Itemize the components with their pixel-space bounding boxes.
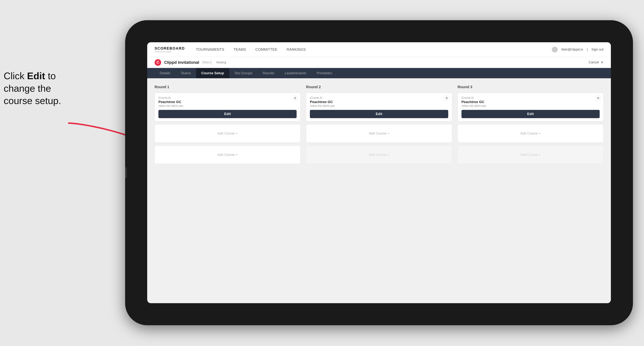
- tournament-title: Clippd Invitational: [164, 60, 199, 65]
- tab-bar: Details Teams Course Setup Tee Groups Re…: [147, 68, 611, 78]
- round-1-course-label: (Course A): [158, 96, 296, 99]
- annotation-bold: Edit: [27, 71, 45, 81]
- tab-details[interactable]: Details: [154, 68, 176, 78]
- tab-printables[interactable]: Printables: [311, 68, 337, 78]
- cancel-area[interactable]: Cancel ✕: [588, 60, 604, 64]
- round-1-add-course-2-label: Add Course +: [217, 153, 238, 157]
- round-3-course-name: Peachtree GC: [462, 100, 600, 104]
- sub-header-left: C Clippd Invitational (Men) Hosting: [154, 59, 226, 66]
- svg-rect-8: [446, 97, 447, 97]
- main-content: Round 1: [147, 78, 611, 303]
- round-2-course-card: (Course A) Peachtree GC Yellow (M) (6629…: [306, 93, 452, 121]
- round-3-add-course-2: Add Course +: [458, 146, 604, 164]
- round-1-add-course-2[interactable]: Add Course +: [154, 146, 300, 164]
- svg-rect-14: [598, 97, 599, 97]
- tablet-side-button: [125, 167, 127, 178]
- round-1-course-card: (Course A) Peachtree GC Yellow (M) (6629…: [154, 93, 300, 121]
- nav-teams[interactable]: TEAMS: [234, 47, 246, 52]
- trash-icon-3: [597, 97, 600, 99]
- round-1-course-name: Peachtree GC: [158, 100, 296, 104]
- round-3-add-course-1-label: Add Course +: [520, 132, 541, 135]
- svg-rect-2: [294, 97, 296, 97]
- round-2-delete-area[interactable]: [444, 96, 449, 101]
- scoreboard-title: SCOREBOARD: [154, 46, 185, 50]
- round-1-edit-button[interactable]: Edit: [158, 110, 296, 118]
- tablet-frame: SCOREBOARD Powered by clippd TOURNAMENTS…: [125, 20, 633, 325]
- trash-icon-2: [446, 97, 448, 99]
- avatar: [552, 47, 558, 53]
- round-3-course-label: (Course A): [462, 96, 600, 99]
- tab-teams[interactable]: Teams: [176, 68, 196, 78]
- sub-header: C Clippd Invitational (Men) Hosting Canc…: [147, 57, 611, 68]
- round-2-course-details: Yellow (M) (6629 yds): [310, 104, 448, 107]
- round-3-title: Round 3: [458, 85, 604, 89]
- tab-tee-groups[interactable]: Tee Groups: [229, 68, 258, 78]
- nav-links: TOURNAMENTS TEAMS COMMITTEE RANKINGS: [196, 47, 552, 52]
- tab-results[interactable]: Results: [258, 68, 280, 78]
- scoreboard-powered: Powered by clippd: [154, 50, 185, 53]
- round-2-add-course-1[interactable]: Add Course +: [306, 124, 452, 143]
- trash-icon: [294, 97, 296, 99]
- round-1-add-course-1-label: Add Course +: [217, 132, 238, 135]
- nav-right: blair@clippd.io | Sign out: [552, 47, 604, 53]
- cancel-icon: ✕: [601, 60, 604, 64]
- annotation-text: Click Edit to change the course setup.: [4, 70, 81, 107]
- tab-course-setup[interactable]: Course Setup: [196, 68, 229, 78]
- round-1-delete-icon[interactable]: [292, 96, 298, 101]
- separator: |: [587, 48, 588, 51]
- round-3-edit-button[interactable]: Edit: [462, 110, 600, 118]
- round-1-course-details: Yellow (M) (6629 yds): [158, 104, 296, 107]
- round-2-delete-icon[interactable]: [444, 96, 449, 101]
- round-1-column: Round 1: [154, 85, 300, 164]
- round-2-title: Round 2: [306, 85, 452, 89]
- hosting-badge: Hosting: [216, 61, 226, 64]
- round-3-course-card: (Course A) Peachtree GC Yellow (M) (6629…: [458, 93, 604, 121]
- round-3-delete-icon[interactable]: [596, 96, 601, 101]
- round-2-add-course-2-label: Add Course +: [369, 153, 389, 157]
- round-2-column: Round 2: [306, 85, 452, 164]
- nav-committee[interactable]: COMMITTEE: [255, 47, 277, 52]
- nav-tournaments[interactable]: TOURNAMENTS: [196, 47, 224, 52]
- round-3-column: Round 3: [458, 85, 604, 164]
- sign-out-link[interactable]: Sign out: [592, 48, 604, 51]
- nav-rankings[interactable]: RANKINGS: [286, 47, 306, 52]
- round-1-title: Round 1: [154, 85, 300, 89]
- round-1-delete-area[interactable]: [292, 96, 298, 101]
- tablet-screen: SCOREBOARD Powered by clippd TOURNAMENTS…: [147, 42, 611, 303]
- round-2-add-course-1-label: Add Course +: [369, 132, 389, 135]
- tab-leaderboards[interactable]: Leaderboards: [280, 68, 311, 78]
- round-3-delete-area[interactable]: [596, 96, 601, 101]
- round-2-add-course-2: Add Course +: [306, 146, 452, 164]
- scoreboard-logo: SCOREBOARD Powered by clippd: [154, 46, 185, 53]
- round-1-add-course-1[interactable]: Add Course +: [154, 124, 300, 143]
- rounds-grid: Round 1: [154, 85, 604, 164]
- round-2-edit-button[interactable]: Edit: [310, 110, 448, 118]
- round-3-course-details: Yellow (M) (6629 yds): [462, 104, 600, 107]
- top-nav: SCOREBOARD Powered by clippd TOURNAMENTS…: [147, 42, 611, 57]
- round-2-course-name: Peachtree GC: [310, 100, 448, 104]
- tournament-gender: (Men): [202, 60, 212, 64]
- cancel-label: Cancel: [588, 60, 599, 64]
- user-email: blair@clippd.io: [562, 48, 583, 51]
- round-3-add-course-1[interactable]: Add Course +: [458, 124, 604, 143]
- round-2-course-label: (Course A): [310, 96, 448, 99]
- brand-logo: C: [154, 59, 161, 66]
- round-3-add-course-2-label: Add Course +: [520, 153, 541, 157]
